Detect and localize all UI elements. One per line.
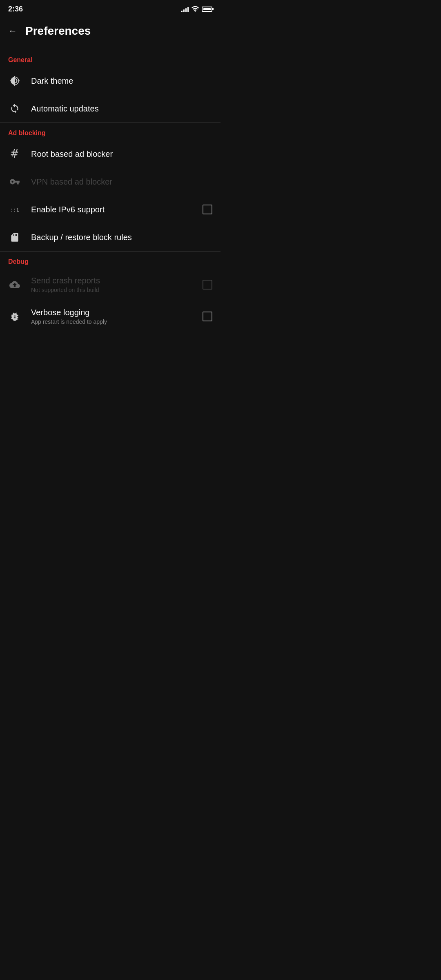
pref-subtitle-verbose-logging: App restart is needed to apply [31,318,193,325]
sdcard-icon [8,231,21,244]
pref-text-auto-updates: Automatic updates [31,104,212,114]
pref-item-backup-restore[interactable]: Backup / restore block rules [0,223,220,251]
pref-text-vpn-ad-blocker: VPN based ad blocker [31,177,212,187]
pref-text-ipv6-support: Enable IPv6 support [31,205,193,214]
section-header-general: General [0,50,220,67]
status-icons [181,6,212,12]
back-button[interactable]: ← [8,26,17,36]
signal-icon [181,6,189,12]
sync-icon [8,102,21,115]
wifi-icon [191,6,199,12]
pref-title-vpn-ad-blocker: VPN based ad blocker [31,177,212,187]
pref-item-root-ad-blocker[interactable]: Root based ad blocker [0,140,220,168]
header: ← Preferences [0,16,220,50]
pref-text-verbose-logging: Verbose loggingApp restart is needed to … [31,308,193,325]
cloud-upload-icon [8,278,21,291]
pref-item-ipv6-support[interactable]: ::1 Enable IPv6 support [0,196,220,223]
pref-title-auto-updates: Automatic updates [31,104,212,114]
ipv6-icon: ::1 [8,203,21,216]
pref-text-backup-restore: Backup / restore block rules [31,233,212,242]
page-title: Preferences [25,24,91,38]
pref-text-root-ad-blocker: Root based ad blocker [31,149,212,159]
checkbox-verbose-logging[interactable] [203,312,212,321]
battery-icon [202,7,212,12]
pref-text-dark-theme: Dark theme [31,76,212,86]
key-icon [8,175,21,188]
pref-text-crash-reports: Send crash reportsNot supported on this … [31,276,193,293]
pref-title-dark-theme: Dark theme [31,76,212,86]
pref-item-verbose-logging[interactable]: Verbose loggingApp restart is needed to … [0,301,220,332]
status-bar: 2:36 [0,0,220,16]
svg-point-0 [195,11,196,12]
pref-title-backup-restore: Backup / restore block rules [31,233,212,242]
status-time: 2:36 [8,5,23,13]
pref-item-dark-theme[interactable]: Dark theme [0,67,220,95]
pref-item-crash-reports: Send crash reportsNot supported on this … [0,269,220,301]
pref-title-ipv6-support: Enable IPv6 support [31,205,193,214]
pref-title-crash-reports: Send crash reports [31,276,193,285]
hash-icon [8,147,21,160]
svg-text:::1: ::1 [10,207,19,213]
pref-title-verbose-logging: Verbose logging [31,308,193,317]
checkbox-crash-reports [203,280,212,290]
pref-title-root-ad-blocker: Root based ad blocker [31,149,212,159]
checkbox-ipv6-support[interactable] [203,205,212,214]
pref-subtitle-crash-reports: Not supported on this build [31,287,193,293]
section-header-debug: Debug [0,252,220,269]
bug-icon [8,310,21,323]
section-header-ad-blocking: Ad blocking [0,123,220,140]
brightness-icon [8,74,21,87]
pref-item-auto-updates[interactable]: Automatic updates [0,95,220,122]
pref-item-vpn-ad-blocker: VPN based ad blocker [0,168,220,196]
